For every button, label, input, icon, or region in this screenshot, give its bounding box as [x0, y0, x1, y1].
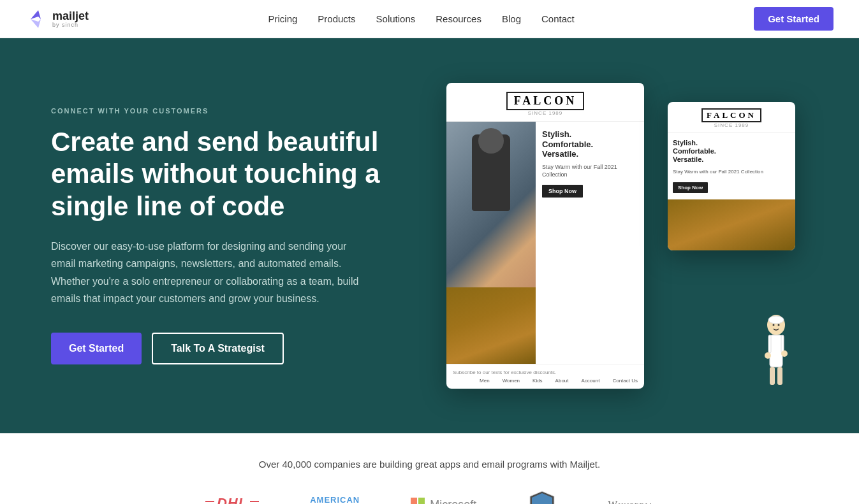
logo-microsoft: Microsoft	[411, 498, 476, 504]
hero-content: CONNECT WITH YOUR CUSTOMERS Create and s…	[51, 107, 395, 364]
email-mockup-large: FALCON SINCE 1989 Stylish. Comfortable. …	[446, 83, 644, 389]
dhl-text: DHL	[217, 495, 247, 505]
svg-point-9	[765, 352, 771, 359]
microsoft-grid-icon	[411, 498, 425, 504]
svg-rect-7	[770, 367, 775, 385]
dhl-lines-decoration	[205, 501, 214, 504]
logos-tagline: Over 40,000 companies are building great…	[51, 459, 808, 470]
logos-section: Over 40,000 companies are building great…	[0, 433, 859, 504]
svg-point-11	[773, 324, 775, 326]
nav-link-blog[interactable]: Blog	[502, 13, 521, 24]
navbar: mailjet by sinch Pricing Products Soluti…	[0, 0, 859, 38]
svg-marker-1	[31, 19, 41, 28]
email-small-header: FALCON SINCE 1989	[668, 102, 795, 133]
nav-link-solutions[interactable]: Solutions	[376, 13, 416, 24]
hero-talk-strategist-button[interactable]: Talk To A Strategist	[152, 333, 284, 364]
wikipedia-text: Wikipedia	[608, 499, 654, 504]
hero-get-started-button[interactable]: Get Started	[51, 333, 142, 364]
brand-since-small: SINCE 1989	[673, 122, 790, 128]
email-header: FALCON SINCE 1989	[446, 83, 644, 122]
logo-nhl: NHL	[527, 490, 557, 504]
nav-links: Pricing Products Solutions Resources Blo…	[268, 13, 574, 25]
email-small-tagline: Stylish. Comfortable. Versatile.	[673, 139, 790, 164]
brand-since: SINCE 1989	[453, 110, 638, 116]
hero-buttons: Get Started Talk To A Strategist	[51, 333, 395, 364]
nav-link-products[interactable]: Products	[318, 13, 355, 24]
dhl-line-1	[205, 501, 214, 502]
svg-point-10	[781, 350, 788, 357]
email-tagline: Stylish. Comfortable. Versatile.	[542, 129, 638, 159]
brand-name: FALCON	[506, 92, 585, 110]
nhl-shield-icon: NHL	[527, 490, 557, 504]
email-small-content: Stylish. Comfortable. Versatile. Stay Wa…	[668, 133, 795, 199]
hero-section: CONNECT WITH YOUR CUSTOMERS Create and s…	[0, 38, 859, 433]
email-shop-button: Shop Now	[542, 185, 583, 198]
svg-rect-3	[770, 335, 782, 367]
microsoft-text: Microsoft	[430, 498, 476, 505]
svg-point-12	[778, 324, 780, 326]
svg-rect-8	[777, 367, 782, 385]
nav-get-started-button[interactable]: Get Started	[754, 7, 833, 31]
dhl-lines-decoration-right	[250, 501, 259, 504]
logo-amex: AMERICANEXPRESS	[310, 496, 360, 504]
character-illustration	[751, 312, 802, 389]
brand-name-small: FALCON	[701, 108, 761, 122]
email-body: Stylish. Comfortable. Versatile. Stay Wa…	[446, 122, 644, 364]
svg-rect-4	[768, 335, 771, 353]
email-subtitle: Stay Warm with our Fall 2021 Collection	[542, 163, 638, 179]
email-content-col: Stylish. Comfortable. Versatile. Stay Wa…	[536, 122, 644, 364]
logo-dhl: DHL	[205, 495, 259, 505]
mailjet-logo-icon	[26, 8, 48, 31]
email-hero-image	[446, 122, 536, 287]
logo[interactable]: mailjet by sinch	[26, 8, 89, 31]
hero-description: Discover our easy-to-use platform for de…	[51, 238, 370, 307]
dhl-logo: DHL	[205, 495, 259, 505]
hero-eyebrow: CONNECT WITH YOUR CUSTOMERS	[51, 107, 395, 115]
email-small-subtitle: Stay Warm with our Fall 2021 Collection	[673, 168, 790, 175]
logos-row: DHL AMERICANEXPRESS Microsoft	[51, 490, 808, 504]
svg-text:NHL: NHL	[533, 501, 552, 504]
hero-title: Create and send beautiful emails without…	[51, 126, 395, 222]
email-boots-image	[446, 287, 536, 364]
nav-link-resources[interactable]: Resources	[436, 13, 481, 24]
dhl-line-4	[250, 501, 259, 502]
hero-illustration: FALCON SINCE 1989 Stylish. Comfortable. …	[395, 76, 808, 395]
logo-sub: by sinch	[52, 22, 89, 28]
logo-text: mailjet	[52, 10, 89, 22]
svg-point-6	[768, 316, 784, 324]
nav-link-contact[interactable]: Contact	[541, 13, 575, 24]
ms-cell-red	[411, 498, 417, 504]
svg-rect-5	[781, 335, 784, 353]
email-mockup-small: FALCON SINCE 1989 Stylish. Comfortable. …	[668, 102, 795, 250]
ms-cell-green	[418, 498, 425, 504]
email-footer-links: Men Women Kids About Account Contact Us	[453, 378, 638, 384]
email-small-boots-image	[668, 199, 795, 250]
email-small-shop-button: Shop Now	[673, 182, 708, 193]
email-footer: Subscribe to our texts for exclusive dis…	[446, 364, 644, 389]
amex-text: AMERICANEXPRESS	[310, 496, 360, 504]
logo-wikipedia: Wikipedia	[608, 499, 654, 504]
svg-marker-0	[31, 10, 41, 19]
nav-link-pricing[interactable]: Pricing	[268, 13, 297, 24]
